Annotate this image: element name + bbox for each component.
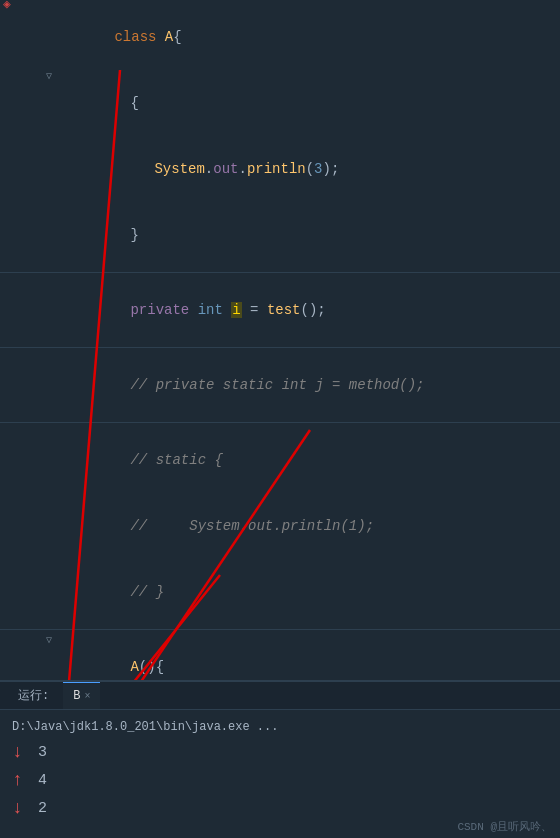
code-line: System.out.println(3); [0,136,560,202]
tab-b[interactable]: B × [63,682,100,709]
code-line: private int i = test(); [0,277,560,343]
fold-arrow[interactable]: ▽ [46,634,52,646]
gutter: ▽ [0,70,60,82]
code-line: ◈ class A{ [0,4,560,70]
tab-b-label: B [73,689,80,703]
divider [0,422,560,423]
divider [0,347,560,348]
debug-icon: ◈ [3,0,11,12]
code-line: ▽ { [0,70,560,136]
line-content: // private static int j = method(); [60,352,560,418]
line-content: class A{ [60,4,560,70]
line-content: private int i = test(); [60,277,560,343]
output-line-2: ↑ 4 [12,766,548,794]
close-icon[interactable]: × [84,691,90,702]
arrow-down-icon: ↓ [12,742,32,762]
line-content: { [60,70,560,136]
code-line: // } [0,559,560,625]
divider [0,272,560,273]
code-line: ▽ A(){ [0,634,560,680]
run-path: D:\Java\jdk1.8.0_201\bin\java.exe ... [12,716,548,738]
gutter: ▽ [0,634,60,646]
line-content: A(){ [60,634,560,680]
output-line-1: ↓ 3 [12,738,548,766]
bottom-panel: 运行: B × D:\Java\jdk1.8.0_201\bin\java.ex… [0,680,560,838]
arrow-down-icon-2: ↓ [12,798,32,818]
divider [0,629,560,630]
code-line: // static { [0,427,560,493]
output-line-3: ↓ 2 [12,794,548,822]
panel-tabs: 运行: B × [0,682,560,710]
line-content: // System.out.println(1); [60,493,560,559]
panel-content: D:\Java\jdk1.8.0_201\bin\java.exe ... ↓ … [0,710,560,828]
code-editor: ◈ class A{ ▽ { System.out.println(3); } … [0,0,560,680]
output-value-2: 4 [38,772,47,789]
tab-run-label: 运行: [18,687,49,704]
tab-run[interactable]: 运行: [8,682,59,709]
code-line: } [0,202,560,268]
line-content: // } [60,559,560,625]
line-content: } [60,202,560,268]
code-line: // System.out.println(1); [0,493,560,559]
arrow-up-icon: ↑ [12,770,32,790]
code-line: // private static int j = method(); [0,352,560,418]
output-value-1: 3 [38,744,47,761]
line-content: // static { [60,427,560,493]
output-value-3: 2 [38,800,47,817]
watermark: CSDN @且听风吟、 [457,819,552,834]
fold-arrow[interactable]: ▽ [46,70,52,82]
line-content: System.out.println(3); [60,136,560,202]
